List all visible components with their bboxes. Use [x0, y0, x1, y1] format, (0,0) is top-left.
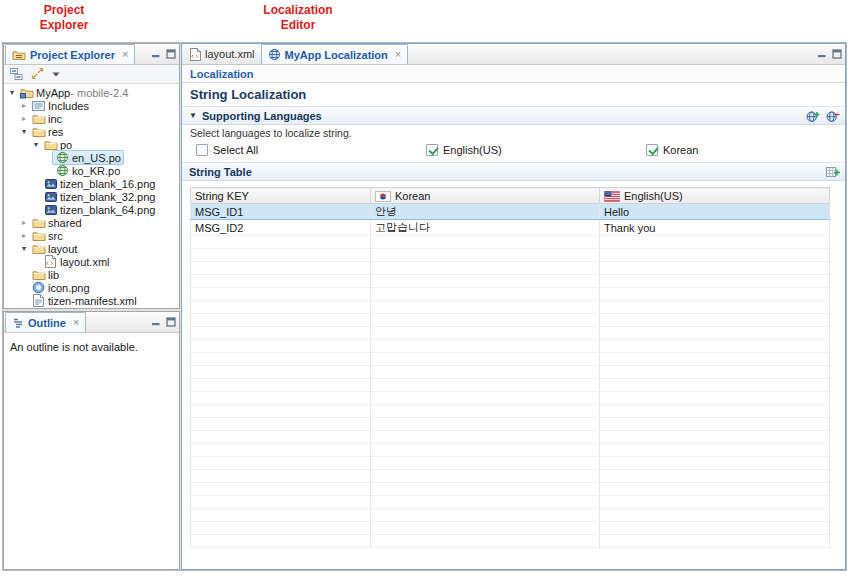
collapse-arrow-icon[interactable]	[31, 138, 41, 151]
tree-item-ko-kr-po[interactable]: ko_KR.po	[4, 164, 179, 177]
outline-icon	[12, 317, 24, 329]
tree-item-po[interactable]: po	[4, 138, 179, 151]
section-collapse-arrow-icon[interactable]: ▼	[189, 111, 197, 120]
table-cell[interactable]: 고맙습니다	[371, 220, 600, 236]
column-header-korean[interactable]: Korean	[371, 188, 600, 204]
collapse-arrow-icon[interactable]	[19, 125, 29, 138]
tab-project-explorer[interactable]: Project Explorer	[5, 44, 135, 64]
minimize-icon[interactable]	[151, 49, 161, 59]
tree-item-includes[interactable]: Includes	[4, 99, 179, 112]
tab-label: MyApp Localization	[285, 49, 388, 61]
supporting-languages-header[interactable]: ▼ Supporting Languages	[182, 106, 845, 125]
close-icon[interactable]	[122, 49, 128, 60]
table-cell[interactable]: Thank you	[600, 220, 830, 236]
editor-tabbar: layout.xmlMyApp Localization	[182, 44, 845, 65]
empty-table-row	[191, 366, 830, 379]
collapse-all-icon[interactable]	[10, 68, 23, 81]
po-file-icon	[55, 151, 70, 164]
empty-cell	[371, 405, 600, 418]
collapse-arrow-icon[interactable]	[7, 86, 17, 99]
tree-item-icon-png[interactable]: icon.png	[4, 281, 179, 294]
includes-icon	[31, 100, 46, 112]
tree-item-label: src	[48, 230, 63, 242]
empty-cell	[191, 444, 371, 457]
table-row-msg-id1[interactable]: MSG_ID1안녕Hello	[191, 204, 830, 220]
expand-arrow-icon[interactable]	[19, 216, 29, 229]
tab-layout-xml[interactable]: layout.xml	[184, 44, 261, 64]
link-with-editor-icon[interactable]	[31, 68, 44, 80]
tree-item-res[interactable]: res	[4, 125, 179, 138]
tab-myapp-localization[interactable]: MyApp Localization	[261, 44, 409, 64]
tab-outline[interactable]: Outline	[5, 312, 86, 332]
tree-item-tizen-blank-64-png[interactable]: tizen_blank_64.png	[4, 203, 179, 216]
table-cell[interactable]: MSG_ID2	[191, 220, 371, 236]
empty-table-row	[191, 470, 830, 483]
tree-item-label: po	[60, 139, 72, 151]
remove-language-icon[interactable]	[826, 110, 840, 123]
tab-label: layout.xml	[205, 48, 255, 60]
column-label: English(US)	[624, 190, 683, 202]
minimize-icon[interactable]	[817, 49, 827, 59]
expand-arrow-icon[interactable]	[19, 229, 29, 242]
tree-item-en-us-po[interactable]: en_US.po	[4, 151, 179, 164]
supporting-languages-description: Select languages to localize string.	[182, 125, 845, 140]
minimize-icon[interactable]	[151, 317, 161, 327]
tree-node: src	[29, 229, 65, 242]
empty-cell	[600, 444, 830, 457]
maximize-icon[interactable]	[832, 49, 842, 59]
empty-cell	[600, 262, 830, 275]
checkbox-select-all[interactable]: Select All	[196, 144, 258, 156]
empty-cell	[371, 483, 600, 496]
image-file-icon	[43, 191, 58, 203]
expand-arrow-icon[interactable]	[19, 99, 29, 112]
checkbox-english-us[interactable]: English(US)	[426, 144, 502, 156]
empty-table-row	[191, 431, 830, 444]
empty-cell	[191, 301, 371, 314]
empty-cell	[600, 483, 830, 496]
close-icon[interactable]	[73, 317, 79, 328]
view-menu-icon[interactable]	[52, 70, 60, 78]
empty-table-row	[191, 379, 830, 392]
empty-cell	[191, 470, 371, 483]
checkbox-korean[interactable]: Korean	[646, 144, 698, 156]
column-header-string-key[interactable]: String KEY	[191, 188, 371, 204]
add-string-icon[interactable]	[826, 166, 840, 179]
table-row-msg-id2[interactable]: MSG_ID2고맙습니다Thank you	[191, 220, 830, 236]
tree-item-tizen-blank-16-png[interactable]: tizen_blank_16.png	[4, 177, 179, 190]
maximize-icon[interactable]	[166, 49, 176, 59]
empty-cell	[371, 392, 600, 405]
empty-cell	[600, 457, 830, 470]
empty-cell	[191, 405, 371, 418]
tree-item-lib[interactable]: lib	[4, 268, 179, 281]
empty-cell	[371, 314, 600, 327]
tree-item-layout-xml[interactable]: layout.xml	[4, 255, 179, 268]
add-language-icon[interactable]	[806, 110, 820, 123]
tree-item-myapp[interactable]: MyApp - mobile-2.4	[4, 86, 179, 99]
collapse-arrow-icon[interactable]	[19, 242, 29, 255]
close-icon[interactable]	[395, 49, 401, 60]
tree-item-label: MyApp	[36, 87, 70, 99]
table-cell[interactable]: 안녕	[371, 204, 600, 220]
tree-item-tizen-blank-32-png[interactable]: tizen_blank_32.png	[4, 190, 179, 203]
maximize-icon[interactable]	[166, 317, 176, 327]
table-cell[interactable]: Hello	[600, 204, 830, 220]
breadcrumb-localization[interactable]: Localization	[190, 68, 254, 80]
column-header-english-us[interactable]: English(US)	[600, 188, 830, 204]
tab-label: Project Explorer	[30, 49, 115, 61]
annotation-project-explorer: Project Explorer	[16, 3, 112, 33]
column-label: String KEY	[195, 190, 249, 202]
tree-node: en_US.po	[53, 151, 123, 164]
tree-item-shared[interactable]: shared	[4, 216, 179, 229]
tree-item-tizen-manifest-xml[interactable]: tizen-manifest.xml	[4, 294, 179, 307]
tree-item-src[interactable]: src	[4, 229, 179, 242]
table-header-row: String KEYKoreanEnglish(US)	[191, 188, 830, 204]
empty-cell	[600, 353, 830, 366]
folder-icon	[31, 126, 46, 138]
tree-item-inc[interactable]: inc	[4, 112, 179, 125]
section-title: Supporting Languages	[202, 110, 322, 122]
expand-arrow-icon[interactable]	[19, 112, 29, 125]
tree-item-layout[interactable]: layout	[4, 242, 179, 255]
empty-cell	[191, 275, 371, 288]
string-table-header[interactable]: String Table	[182, 162, 845, 181]
table-cell[interactable]: MSG_ID1	[191, 204, 371, 220]
